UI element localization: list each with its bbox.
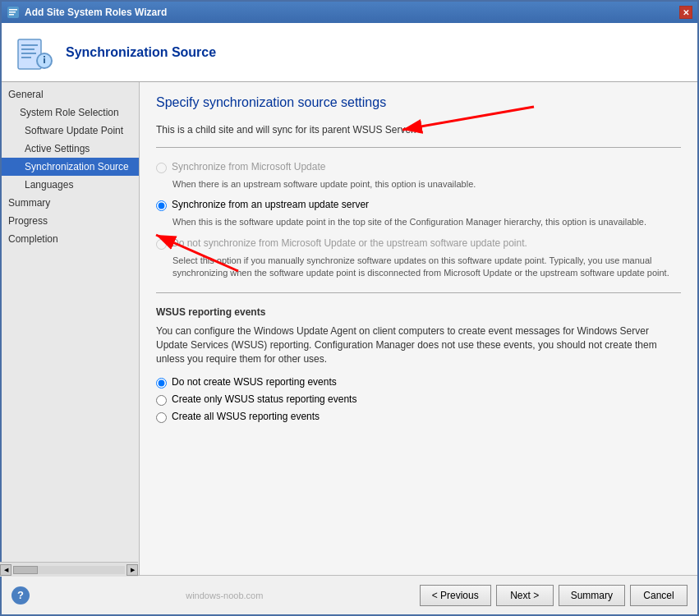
radio-option-upstream-server: Synchronize from an upstream update serv…: [156, 199, 681, 211]
scrollbar-thumb[interactable]: [13, 566, 38, 574]
sidebar-item-active-settings[interactable]: Active Settings: [2, 140, 139, 158]
footer-buttons: < Previous Next > Summary Cancel: [420, 585, 688, 606]
content-area: Specify synchronization source settings …: [140, 82, 697, 575]
svg-rect-2: [9, 11, 16, 13]
wsus-description: You can configure the Windows Update Age…: [156, 324, 681, 365]
radio-desc-microsoft-update: When there is an upstream software updat…: [172, 178, 681, 191]
help-button[interactable]: ?: [11, 586, 30, 605]
wizard-body: General System Role Selection Software U…: [2, 82, 697, 575]
close-button[interactable]: ✕: [679, 6, 692, 19]
next-button[interactable]: Next >: [496, 585, 554, 606]
watermark: windows-noob.com: [30, 591, 420, 600]
section-divider-1: [156, 147, 681, 148]
wsus-divider: [156, 292, 681, 293]
scrollbar-track: [13, 566, 125, 574]
wizard-header: Synchronization Source: [2, 23, 697, 82]
cancel-button[interactable]: Cancel: [630, 585, 688, 606]
radio-label-wsus-do-not-create: Do not create WSUS reporting events: [172, 376, 337, 388]
scroll-right-button[interactable]: ▶: [126, 564, 138, 576]
svg-rect-5: [21, 44, 38, 46]
sidebar-item-completion[interactable]: Completion: [2, 230, 139, 248]
footer-left: ?: [11, 586, 30, 605]
page-title: Specify synchronization source settings: [156, 95, 681, 110]
svg-rect-7: [21, 53, 36, 54]
radio-label-do-not-sync: Do not synchronize from Microsoft Update…: [172, 237, 527, 249]
sidebar-item-progress[interactable]: Progress: [2, 212, 139, 230]
radio-option-do-not-sync: Do not synchronize from Microsoft Update…: [156, 237, 681, 250]
title-bar: Add Site System Roles Wizard ✕: [2, 2, 697, 23]
wsus-radio-create-all: Create all WSUS reporting events: [156, 411, 681, 423]
radio-label-wsus-create-all: Create all WSUS reporting events: [172, 411, 320, 422]
radio-wsus-do-not-create[interactable]: [156, 378, 167, 388]
radio-desc-upstream-server: When this is the software update point i…: [172, 216, 681, 228]
radio-label-upstream-server: Synchronize from an upstream update serv…: [172, 199, 369, 210]
window-icon: [7, 6, 20, 19]
wizard-header-title: Synchronization Source: [66, 45, 216, 60]
svg-rect-11: [44, 56, 45, 57]
radio-option-microsoft-update: Synchronize from Microsoft Update: [156, 161, 681, 173]
sidebar-item-synchronization-source[interactable]: Synchronization Source: [2, 158, 139, 176]
wizard-footer: ? windows-noob.com < Previous Next > Sum…: [2, 575, 697, 614]
sidebar: General System Role Selection Software U…: [2, 82, 140, 575]
radio-desc-do-not-sync: Select this option if you manually synch…: [172, 255, 681, 280]
svg-rect-6: [21, 48, 34, 50]
info-text: This is a child site and will sync for i…: [156, 123, 681, 137]
title-bar-left: Add Site System Roles Wizard: [7, 6, 167, 19]
radio-upstream-server[interactable]: [156, 200, 167, 211]
sidebar-scrollbar[interactable]: ◀ ▶: [2, 562, 138, 575]
wsus-radio-create-status: Create only WSUS status reporting events: [156, 393, 681, 406]
scroll-left-button[interactable]: ◀: [2, 564, 11, 576]
radio-wsus-create-status[interactable]: [156, 395, 167, 406]
wizard-window: Add Site System Roles Wizard ✕ Synchroni…: [0, 0, 699, 616]
wizard-header-icon: [15, 33, 54, 72]
radio-microsoft-update[interactable]: [156, 163, 167, 173]
sidebar-item-system-role-selection[interactable]: System Role Selection: [2, 103, 139, 122]
wsus-radio-do-not-create: Do not create WSUS reporting events: [156, 376, 681, 388]
sidebar-item-languages[interactable]: Languages: [2, 176, 139, 194]
radio-label-microsoft-update: Synchronize from Microsoft Update: [172, 161, 325, 172]
previous-button[interactable]: < Previous: [420, 585, 491, 606]
sidebar-item-summary[interactable]: Summary: [2, 194, 139, 212]
radio-label-wsus-create-status: Create only WSUS status reporting events: [172, 393, 356, 405]
svg-rect-3: [9, 14, 14, 16]
sidebar-item-general[interactable]: General: [2, 85, 139, 103]
radio-do-not-sync[interactable]: [156, 239, 167, 250]
svg-rect-1: [9, 9, 17, 11]
wsus-section-title: WSUS reporting events: [156, 306, 681, 318]
summary-button[interactable]: Summary: [559, 585, 625, 606]
window-title: Add Site System Roles Wizard: [25, 7, 167, 18]
svg-rect-12: [44, 58, 45, 63]
svg-rect-8: [21, 57, 31, 58]
radio-wsus-create-all[interactable]: [156, 412, 167, 423]
sidebar-item-software-update-point[interactable]: Software Update Point: [2, 122, 139, 140]
